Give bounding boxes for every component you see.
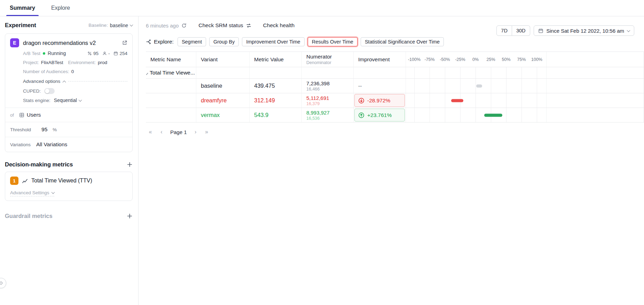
improvement-badge[interactable]: -28.972% <box>354 94 405 107</box>
metric-value-cell: 543.9 <box>250 108 302 122</box>
improvement-value: -- <box>354 83 405 89</box>
improvement-value: -28.972% <box>367 97 390 104</box>
last-page-button[interactable]: » <box>202 127 211 136</box>
chevron-down-icon <box>130 23 133 26</box>
column-header-variant: Variant <box>196 52 250 67</box>
chart-tick-label: -25% <box>455 57 465 62</box>
chart-tick-label: 75% <box>517 57 526 62</box>
external-link-icon[interactable] <box>122 40 127 46</box>
explore-button-segment[interactable]: Segment <box>178 37 206 46</box>
experiment-status: Running <box>48 50 66 56</box>
table-row-baseline: baseline439.4757,236,39816,466-- <box>146 79 644 93</box>
of-label: of <box>10 112 14 118</box>
explore-button-improvement-over-time[interactable]: Improvement Over Time <box>242 37 305 46</box>
advanced-settings-toggle[interactable]: Advanced Settings <box>10 190 54 196</box>
improvement-bar <box>451 99 463 102</box>
grid-icon <box>19 112 24 118</box>
metric-index-badge: 1 <box>10 177 18 185</box>
unit-type-selector[interactable]: Users <box>19 112 41 118</box>
previous-page-button[interactable]: ‹ <box>157 127 166 136</box>
experiment-stats: 95 - 254 <box>87 51 127 56</box>
widget-dot-icon <box>0 282 2 284</box>
cuped-row: CUPED: <box>10 88 127 94</box>
check-srm-status-link[interactable]: Check SRM status <box>198 22 251 29</box>
chevron-down-icon <box>79 98 82 102</box>
pagination: « ‹ Page 1 › » <box>146 127 644 136</box>
calendar-icon <box>113 51 118 56</box>
chart-tick-label: -75% <box>424 57 434 62</box>
variant-cell[interactable]: baseline <box>196 79 250 93</box>
next-page-button[interactable]: › <box>191 127 200 136</box>
advanced-options-toggle[interactable]: Advanced options <box>10 79 127 84</box>
top-tab-bar: Summary Explore <box>0 0 644 16</box>
table-row-dreamfyre: dreamfyre312.1495,112,69116,379-28.972% <box>146 93 644 108</box>
threshold-unit: % <box>53 127 57 132</box>
improvement-badge[interactable]: +23.761% <box>354 109 405 122</box>
numerator-cell: 7,236,39816,466 <box>302 79 354 93</box>
variant-name: dreamfyre <box>201 97 245 104</box>
plus-icon <box>127 162 133 167</box>
page-indicator: Page 1 <box>168 129 189 135</box>
decision-metrics-header: Decision-making metrics <box>5 161 133 168</box>
variant-cell[interactable]: dreamfyre <box>196 93 250 108</box>
numerator-header-label: Numerator <box>306 54 349 60</box>
refresh-icon[interactable] <box>181 23 187 28</box>
arrow-up-circle-icon <box>358 112 364 118</box>
table-header: Metric Name Variant Metric Value Numerat… <box>146 52 644 67</box>
metric-group-row[interactable]: Total Time Viewe... <box>146 67 644 79</box>
power-stat: 95 <box>87 51 99 56</box>
person-icon <box>102 51 107 56</box>
tab-summary[interactable]: Summary <box>6 0 39 16</box>
experiment-title-row: E dragon recommendations v2 <box>10 38 127 47</box>
baseline-value: baseline <box>110 23 128 28</box>
variations-value[interactable]: All Variations <box>36 141 67 148</box>
column-header-numerator: Numerator Denominator <box>302 52 354 67</box>
explore-button-statistical-significance-over-time[interactable]: Statistical Significance Over Time <box>361 37 444 46</box>
project-value: FlixABTest <box>41 60 63 65</box>
improvement-bar <box>476 84 482 87</box>
chart-tick-label: 100% <box>531 57 542 62</box>
chevron-up-icon <box>63 80 66 84</box>
metric-row[interactable]: 1 Total Time Viewed (TTV) <box>10 177 127 185</box>
stats-engine-value: Sequential <box>54 97 77 103</box>
range-30d-button[interactable]: 30D <box>512 25 530 36</box>
threshold-value[interactable]: 95 <box>41 126 47 133</box>
main-panel: 6 minutes ago Check SRM status Check hea… <box>139 16 644 305</box>
metric-value-cell: 439.475 <box>250 79 302 93</box>
variations-row: Variations All Variations <box>5 137 132 152</box>
cuped-toggle[interactable] <box>44 88 55 94</box>
tab-explore-label: Explore <box>51 5 70 11</box>
denominator-value: 16,466 <box>306 87 349 92</box>
tab-explore[interactable]: Explore <box>48 0 73 16</box>
column-header-metric-value: Metric Value <box>250 52 302 67</box>
first-page-button[interactable]: « <box>146 127 155 136</box>
baseline-selector[interactable]: Baseline: baseline <box>88 23 133 28</box>
explore-button-group-by[interactable]: Group By <box>209 37 239 46</box>
plus-icon <box>127 213 133 219</box>
date-range-button[interactable]: Since Sat Feb 12 2022, 10:56 am <box>534 25 634 36</box>
threshold-label: Threshold <box>10 127 31 132</box>
check-srm-status-label: Check SRM status <box>198 22 243 29</box>
improvement-cell: +23.761% <box>354 108 406 122</box>
add-guardrail-metric-button[interactable] <box>127 213 133 219</box>
variant-cell[interactable]: vermax <box>196 108 250 122</box>
days-stat: 254 <box>113 51 127 56</box>
check-health-link[interactable]: Check health <box>263 22 294 29</box>
advanced-settings-label: Advanced Settings <box>10 190 49 195</box>
metric-group-cell[interactable]: Total Time Viewe... <box>146 67 196 78</box>
range-7d-button[interactable]: 7D <box>496 25 512 36</box>
stats-engine-selector[interactable]: Sequential <box>54 97 81 103</box>
range-segmented-control: 7D 30D <box>496 25 530 36</box>
add-decision-metric-button[interactable] <box>127 162 133 167</box>
experiment-card-main: E dragon recommendations v2 A/B Test Run… <box>5 34 132 108</box>
explore-label-text: Explore: <box>154 39 174 45</box>
denominator-value: 16,379 <box>306 101 349 106</box>
chart-cell <box>406 93 547 108</box>
explore-button-results-over-time[interactable]: Results Over Time <box>308 37 358 46</box>
chart-ticks: -100%-75%-50%-25%0%25%50%75%100% <box>406 52 547 67</box>
chevron-down-icon <box>51 190 55 194</box>
experiment-type: A/B Test <box>23 51 40 56</box>
experiment-section-header: Experiment Baseline: baseline <box>5 22 133 29</box>
collapse-chevron-icon[interactable] <box>146 73 148 75</box>
percent-icon <box>87 51 92 56</box>
